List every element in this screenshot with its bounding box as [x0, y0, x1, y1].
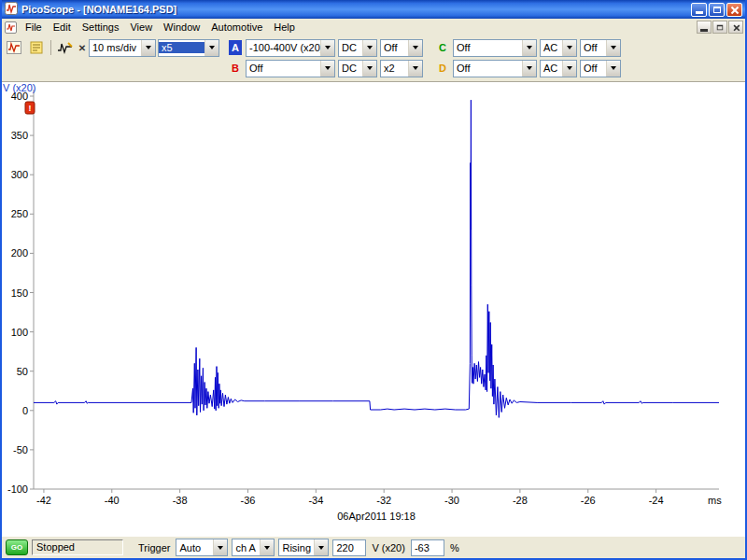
channel-a-option-value: Off: [381, 42, 408, 53]
dropdown-arrow-icon[interactable]: [522, 40, 536, 56]
titlebar[interactable]: PicoScope - [NONAME164.PSD]: [2, 0, 745, 19]
menu-help[interactable]: Help: [268, 20, 301, 35]
window-title: PicoScope - [NONAME164.PSD]: [21, 4, 687, 15]
svg-text:-38: -38: [173, 495, 188, 506]
trigger-mode-value: Auto: [176, 542, 213, 553]
svg-text:-42: -42: [36, 495, 51, 506]
chevron-down-icon: [527, 46, 532, 49]
trigger-channel-value: ch A: [233, 542, 260, 553]
dropdown-arrow-icon[interactable]: [562, 61, 576, 77]
trigger-position-input[interactable]: [411, 539, 444, 556]
svg-text:-26: -26: [581, 495, 596, 506]
document-window-icon: [5, 21, 17, 34]
scope-waveform-icon: [7, 41, 21, 54]
channel-b-option-value: x2: [381, 63, 408, 74]
trigger-channel-select[interactable]: ch A: [232, 539, 275, 556]
svg-text:100: 100: [11, 327, 28, 338]
chevron-down-icon: [209, 46, 215, 49]
channel-b-option-select[interactable]: x2: [380, 60, 423, 77]
scope-view-button[interactable]: [4, 38, 24, 57]
channel-d-coupling-value: AC: [541, 63, 562, 74]
dropdown-arrow-icon[interactable]: [213, 539, 227, 555]
trigger-level-unit: V (x20): [370, 542, 406, 553]
svg-text:06Apr2011 19:18: 06Apr2011 19:18: [337, 511, 416, 522]
menu-window[interactable]: Window: [158, 20, 205, 35]
svg-text:0: 0: [22, 405, 28, 416]
channel-c-label: C: [436, 40, 449, 55]
channel-a-range-select[interactable]: -100-400V (x20): [246, 39, 335, 57]
channel-c-option-select[interactable]: Off: [580, 39, 621, 57]
trigger-edge-select[interactable]: Rising: [278, 539, 329, 556]
timebase-multiplier-select[interactable]: x5: [158, 39, 219, 57]
auto-setup-button[interactable]: [55, 38, 76, 57]
chevron-down-icon: [218, 546, 223, 550]
dropdown-arrow-icon[interactable]: [362, 61, 376, 77]
dropdown-arrow-icon[interactable]: [408, 40, 422, 56]
channel-c-coupling-value: AC: [541, 42, 562, 53]
channel-d-range-select[interactable]: Off: [453, 60, 537, 77]
trigger-mode-select[interactable]: Auto: [176, 539, 228, 556]
menu-edit[interactable]: Edit: [48, 20, 77, 35]
svg-text:-28: -28: [513, 495, 528, 506]
dropdown-arrow-icon[interactable]: [314, 539, 328, 555]
svg-text:-36: -36: [241, 495, 256, 506]
dropdown-arrow-icon[interactable]: [606, 61, 620, 77]
channel-c-range-value: Off: [454, 42, 522, 53]
child-restore-button[interactable]: [712, 21, 727, 34]
channel-c-option-value: Off: [581, 42, 606, 53]
channel-b-coupling-select[interactable]: DC: [338, 60, 377, 77]
channel-d-coupling-select[interactable]: AC: [540, 60, 577, 77]
go-button[interactable]: GO: [6, 539, 28, 555]
chevron-down-icon: [325, 46, 331, 49]
restore-icon: [717, 24, 723, 30]
channel-d-option-value: Off: [581, 63, 606, 74]
svg-text:!: !: [29, 104, 32, 113]
dropdown-arrow-icon[interactable]: [522, 61, 536, 77]
svg-text:50: 50: [17, 366, 28, 377]
channel-b-range-select[interactable]: Off: [246, 60, 335, 77]
dropdown-arrow-icon[interactable]: [260, 539, 274, 555]
waveform-chart: 400350300250200150100500-50-100-42-40-38…: [2, 82, 745, 536]
dropdown-arrow-icon[interactable]: [606, 40, 620, 56]
dropdown-arrow-icon[interactable]: [204, 40, 218, 56]
dropdown-arrow-icon[interactable]: [320, 61, 334, 77]
toolbar-row-1: ✕ 10 ms/div x5 A -100-400V (x20) DC: [4, 37, 743, 58]
menu-view[interactable]: View: [124, 20, 158, 35]
child-minimize-button[interactable]: [697, 21, 712, 34]
timebase-multiplier-value: x5: [159, 42, 204, 53]
notes-button[interactable]: [26, 38, 47, 57]
app-icon: [5, 2, 18, 17]
dropdown-arrow-icon[interactable]: [141, 40, 155, 56]
chevron-down-icon: [413, 66, 418, 70]
dropdown-arrow-icon[interactable]: [320, 40, 334, 56]
channel-a-coupling-value: DC: [339, 42, 362, 53]
scope-display: 400350300250200150100500-50-100-42-40-38…: [2, 82, 745, 536]
trigger-position-unit: %: [448, 542, 461, 553]
minimize-icon: [696, 11, 703, 14]
dropdown-arrow-icon[interactable]: [408, 61, 422, 77]
timebase-select[interactable]: 10 ms/div: [89, 39, 156, 57]
menubar: File Edit Settings View Window Automotiv…: [2, 19, 745, 35]
dropdown-arrow-icon[interactable]: [562, 40, 576, 56]
menu-automotive[interactable]: Automotive: [205, 20, 268, 35]
close-icon: [732, 23, 739, 30]
channel-c-range-select[interactable]: Off: [453, 39, 537, 57]
minimize-button[interactable]: [691, 3, 707, 17]
toolbar-separator: [50, 40, 51, 55]
restore-button[interactable]: [709, 3, 725, 17]
menu-file[interactable]: File: [20, 20, 48, 35]
svg-text:-100: -100: [7, 483, 28, 495]
channel-a-option-select[interactable]: Off: [380, 39, 423, 57]
svg-text:-50: -50: [13, 444, 28, 455]
dropdown-arrow-icon[interactable]: [362, 40, 376, 56]
close-button[interactable]: [726, 3, 742, 17]
child-close-button[interactable]: [728, 21, 743, 34]
channel-c-coupling-select[interactable]: AC: [540, 39, 577, 57]
channel-a-coupling-select[interactable]: DC: [338, 39, 377, 57]
child-window-controls: [697, 21, 743, 34]
channel-d-option-select[interactable]: Off: [580, 60, 621, 77]
menu-settings[interactable]: Settings: [77, 20, 125, 35]
chevron-down-icon: [367, 46, 373, 49]
notes-icon: [30, 41, 44, 54]
trigger-level-input[interactable]: [332, 539, 366, 556]
